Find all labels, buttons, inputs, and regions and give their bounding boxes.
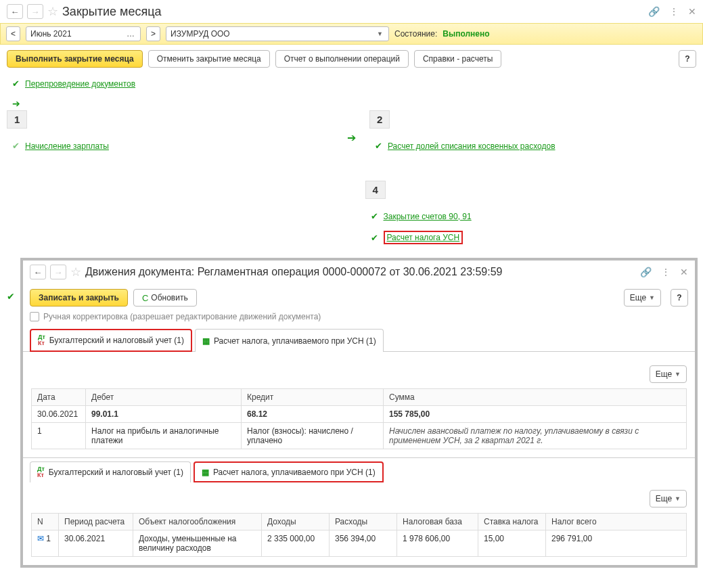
stage-2-header: 2 — [369, 110, 390, 129]
tab-usn-calc-bottom[interactable]: ▦ Расчет налога, уплачиваемого при УСН (… — [194, 461, 384, 482]
tab-accounting-bottom[interactable]: ДтКт Бухгалтерский и налоговый учет (1) — [30, 461, 191, 482]
col-tax: Налог всего — [546, 514, 687, 530]
page-title: Закрытие месяца — [62, 5, 161, 19]
stage-1-header: 1 — [7, 110, 27, 129]
arrow-down-icon: ➔ — [12, 98, 696, 109]
dtkt-icon: ДтКт — [38, 334, 45, 346]
period-prev-button[interactable]: < — [6, 26, 20, 41]
stage-1: 1 ✔ Начисление зарплаты — [7, 110, 334, 160]
manual-edit-label: Ручная корректировка (разрешает редактир… — [43, 312, 321, 321]
col-date: Дата — [32, 389, 86, 406]
document-movements-window: ← → ☆ Движения документа: Регламентная о… — [20, 258, 698, 568]
main-toolbar: Выполнить закрытие месяца Отменить закры… — [0, 45, 703, 73]
reposting-link[interactable]: Перепроведение документов — [25, 79, 135, 89]
period-next-button[interactable]: > — [146, 26, 160, 41]
row-status-icon: ✉ — [37, 534, 44, 543]
nav-forward-button[interactable]: → — [27, 4, 43, 19]
run-close-button[interactable]: Выполнить закрытие месяца — [7, 50, 143, 68]
col-expense: Расходы — [330, 514, 397, 530]
col-debit: Дебет — [86, 389, 242, 406]
col-period: Период расчета — [59, 514, 133, 530]
close-90-91-link[interactable]: Закрытие счетов 90, 91 — [384, 212, 472, 221]
grid-icon: ▦ — [202, 336, 210, 346]
stage-2: 2 ✔ Расчет долей списания косвенных расх… — [369, 110, 696, 160]
check-icon: ✔ — [371, 211, 378, 221]
stage-4: 4 ✔ Закрытие счетов 90, 91 ✔ Расчет нало… — [365, 181, 697, 254]
dtkt-icon: ДтКт — [37, 466, 45, 478]
usn-tax-link[interactable]: Расчет налога УСН — [387, 233, 460, 242]
favorite-star-icon[interactable]: ☆ — [47, 4, 58, 19]
references-button[interactable]: Справки - расчеты — [414, 50, 501, 68]
tabs-row-top: ДтКт Бухгалтерский и налоговый учет (1) … — [23, 328, 695, 352]
col-rate: Ставка налога — [478, 514, 546, 530]
tab-usn-calc[interactable]: ▦ Расчет налога, уплачиваемого при УСН (… — [195, 329, 384, 352]
chevron-down-icon[interactable]: ▼ — [373, 30, 387, 37]
check-icon: ✔ — [7, 291, 15, 302]
grid-more-button[interactable]: Еще▼ — [650, 365, 687, 383]
col-base: Налоговая база — [397, 514, 478, 530]
table-row[interactable]: 30.06.2021 99.01.1 68.12 155 785,00 — [32, 406, 687, 423]
tabs-row-bottom: ДтКт Бухгалтерский и налоговый учет (1) … — [23, 457, 695, 482]
chevron-down-icon: ▼ — [649, 294, 655, 301]
help-button[interactable]: ? — [679, 50, 696, 68]
refresh-button[interactable]: CОбновить — [133, 289, 197, 307]
help-button[interactable]: ? — [671, 289, 688, 307]
org-select[interactable]: ИЗУМРУД ООО ▼ — [166, 26, 389, 41]
link-icon[interactable]: 🔗 — [640, 267, 652, 277]
cancel-close-button[interactable]: Отменить закрытие месяца — [148, 50, 270, 68]
usn-calc-grid: N Период расчета Объект налогообложения … — [31, 513, 687, 557]
manual-edit-checkbox[interactable] — [30, 312, 39, 321]
tab-accounting[interactable]: ДтКт Бухгалтерский и налоговый учет (1) — [30, 329, 192, 352]
main-titlebar: ← → ☆ Закрытие месяца 🔗 ⋮ ✕ — [0, 0, 703, 23]
period-org-bar: < Июнь 2021 … > ИЗУМРУД ООО ▼ Состояние:… — [0, 23, 703, 45]
table-row[interactable]: 1 Налог на прибыль и аналогичные платежи… — [32, 423, 687, 449]
salary-link[interactable]: Начисление зарплаты — [25, 141, 109, 151]
sub-nav-back-button[interactable]: ← — [30, 265, 46, 279]
stage-4-header: 4 — [365, 181, 386, 199]
close-icon[interactable]: ✕ — [680, 267, 688, 277]
indirect-costs-link[interactable]: Расчет долей списания косвенных расходов — [388, 141, 555, 151]
kebab-menu-icon[interactable]: ⋮ — [661, 267, 671, 277]
favorite-star-icon[interactable]: ☆ — [70, 265, 81, 279]
check-icon: ✔ — [375, 141, 382, 151]
col-n: N — [32, 514, 59, 530]
state-value: Выполнено — [443, 29, 489, 39]
nav-back-button[interactable]: ← — [7, 4, 23, 19]
grid-icon: ▦ — [202, 468, 209, 477]
period-picker-icon[interactable]: … — [122, 29, 139, 39]
link-icon[interactable]: 🔗 — [648, 6, 660, 17]
col-income: Доходы — [262, 514, 330, 530]
report-button[interactable]: Отчет о выполнении операций — [275, 50, 409, 68]
grid2-more-button[interactable]: Еще▼ — [650, 490, 687, 507]
check-icon: ✔ — [12, 141, 20, 151]
col-object: Объект налогообложения — [133, 514, 262, 530]
write-close-button[interactable]: Записать и закрыть — [30, 289, 128, 307]
operation-reposting: ✔ Перепроведение документов — [12, 78, 696, 89]
manual-edit-row: Ручная корректировка (разрешает редактир… — [23, 312, 695, 328]
more-button[interactable]: Еще▼ — [624, 289, 661, 307]
col-sum: Сумма — [384, 389, 687, 406]
sub-nav-forward-button[interactable]: → — [50, 265, 66, 279]
stage-arrow-icon: ➔ — [347, 110, 356, 160]
check-icon: ✔ — [12, 78, 20, 89]
check-icon: ✔ — [371, 233, 378, 243]
refresh-icon: C — [142, 293, 148, 303]
accounting-grid: Дата Дебет Кредит Сумма 30.06.2021 99.01… — [31, 388, 687, 449]
kebab-menu-icon[interactable]: ⋮ — [669, 6, 679, 17]
period-input[interactable]: Июнь 2021 … — [26, 26, 141, 41]
table-row[interactable]: ✉ 1 30.06.2021 Доходы, уменьшенные на ве… — [32, 530, 687, 557]
close-icon[interactable]: ✕ — [688, 6, 696, 17]
state-label: Состояние: — [394, 29, 437, 39]
col-credit: Кредит — [242, 389, 384, 406]
sub-title: Движения документа: Регламентная операци… — [85, 266, 503, 278]
